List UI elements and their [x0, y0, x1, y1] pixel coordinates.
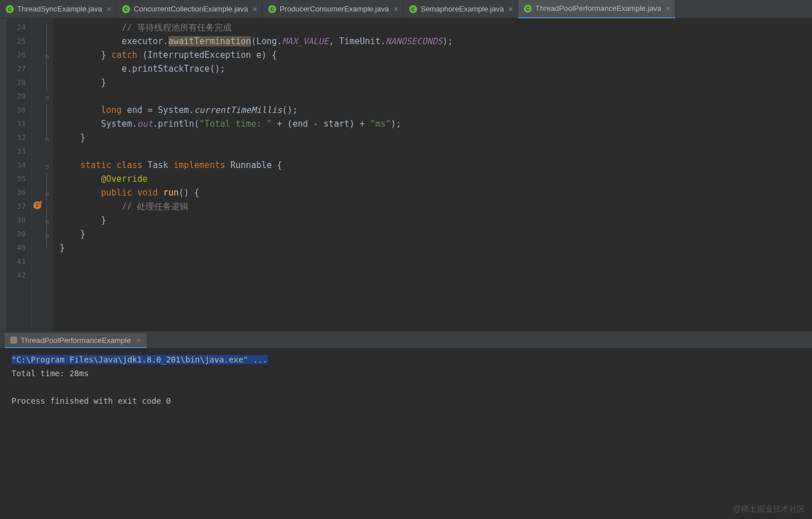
close-icon[interactable]: ×	[136, 336, 141, 345]
tab-label: ConcurrentCollectionExample.java	[134, 5, 248, 13]
line-number[interactable]: 36	[7, 186, 32, 200]
tab-label: ThreadPoolPerformanceExample.java	[535, 4, 661, 13]
tab-producerconsumer[interactable]: C ProducerConsumerExample.java ×	[262, 0, 403, 18]
line-number[interactable]: 37	[7, 200, 32, 213]
line-number[interactable]: 35	[7, 172, 32, 186]
line-number[interactable]: 31	[7, 117, 32, 131]
java-class-icon: C	[6, 5, 14, 13]
fold-toggle-icon[interactable]: ⊟	[44, 163, 50, 170]
code-line: }	[60, 213, 812, 227]
console-line: "C:\Program Files\Java\jdk1.8.0_201\bin\…	[11, 353, 812, 366]
code-line: System.out.println("Total time: " + (end…	[60, 117, 812, 131]
line-number[interactable]: 27	[7, 62, 32, 76]
tab-concurrentcollection[interactable]: C ConcurrentCollectionExample.java ×	[116, 0, 262, 18]
line-number[interactable]: 41	[7, 255, 32, 268]
code-line: long end = System.currentTimeMillis();	[60, 103, 812, 117]
tab-label: ThreadSyncExample.java	[17, 5, 102, 13]
watermark-text: @稀土掘金技术社区	[733, 504, 805, 514]
tab-semaphore[interactable]: C SemaphoreExample.java ×	[403, 0, 518, 18]
code-line: public void run() {	[60, 186, 812, 200]
code-line: // 等待线程池所有任务完成	[60, 21, 812, 34]
tab-threadpoolperformance[interactable]: C ThreadPoolPerformanceExample.java ×	[518, 0, 676, 18]
java-class-icon: C	[268, 5, 276, 13]
tab-threadsync[interactable]: C ThreadSyncExample.java ×	[0, 0, 116, 18]
line-number[interactable]: 32	[7, 131, 32, 145]
code-line: executor.awaitTermination(Long.MAX_VALUE…	[60, 34, 812, 48]
code-line: // 处理任务逻辑	[60, 200, 812, 213]
line-number[interactable]: 25	[7, 34, 32, 48]
console-line: Process finished with exit code 0	[11, 394, 812, 408]
java-class-icon: C	[524, 5, 532, 13]
code-line	[60, 255, 812, 268]
fold-end-icon[interactable]: ⊟	[44, 218, 50, 225]
console-line	[11, 380, 812, 394]
run-tab-label: ThreadPoolPerformanceExample	[21, 336, 131, 345]
editor-tabs-bar: C ThreadSyncExample.java × C ConcurrentC…	[0, 0, 812, 18]
line-number[interactable]: 38	[7, 213, 32, 227]
line-number[interactable]: 39	[7, 227, 32, 241]
code-line: }	[60, 76, 812, 89]
override-marker-icon[interactable]: O	[33, 201, 41, 209]
console-line: Total time: 28ms	[11, 366, 812, 380]
code-line	[60, 89, 812, 103]
line-number-gutter: 24 25 26 27 28 29 30 31 32 33 34 35 36 3…	[7, 18, 32, 331]
close-icon[interactable]: ×	[508, 5, 513, 14]
java-class-icon: C	[122, 5, 130, 13]
fold-toggle-icon[interactable]: ⊟	[44, 53, 50, 60]
code-line: e.printStackTrace();	[60, 62, 812, 76]
fold-end-icon[interactable]: ⊟	[44, 232, 50, 239]
fold-end-icon[interactable]: ⊟	[44, 94, 50, 101]
close-icon[interactable]: ×	[253, 5, 257, 14]
fold-line	[46, 104, 47, 139]
line-number[interactable]: 34	[7, 158, 32, 172]
close-icon[interactable]: ×	[666, 4, 670, 13]
run-tab-threadpool[interactable]: ThreadPoolPerformanceExample ×	[5, 333, 147, 348]
run-config-icon	[10, 337, 17, 344]
code-line: }	[60, 227, 812, 241]
marker-gutter: O	[32, 18, 42, 331]
line-number[interactable]: 24	[7, 21, 32, 34]
tab-label: SemaphoreExample.java	[421, 5, 504, 13]
code-line: }	[60, 241, 812, 255]
console-output[interactable]: "C:\Program Files\Java\jdk1.8.0_201\bin\…	[0, 348, 812, 519]
line-number[interactable]: 28	[7, 76, 32, 89]
tab-label: ProducerConsumerExample.java	[280, 5, 389, 13]
line-number[interactable]: 29	[7, 89, 32, 103]
fold-gutter: ⊟ ⊟ ⊟ ⊟ ⊟ ⊟ ⊟	[42, 18, 53, 331]
line-number[interactable]: 40	[7, 241, 32, 255]
left-margin	[0, 18, 7, 331]
code-line: }	[60, 131, 812, 145]
code-line	[60, 145, 812, 158]
code-area[interactable]: // 等待线程池所有任务完成 executor.awaitTermination…	[53, 18, 812, 331]
close-icon[interactable]: ×	[394, 5, 398, 14]
code-line: } catch (InterruptedException e) {	[60, 48, 812, 62]
code-line: @Override	[60, 172, 812, 186]
close-icon[interactable]: ×	[107, 5, 111, 14]
line-number[interactable]: 42	[7, 268, 32, 282]
editor-area: 24 25 26 27 28 29 30 31 32 33 34 35 36 3…	[0, 18, 812, 331]
fold-toggle-icon[interactable]: ⊟	[44, 190, 50, 197]
line-number[interactable]: 30	[7, 103, 32, 117]
fold-end-icon[interactable]: ⊟	[44, 135, 50, 142]
line-number[interactable]: 33	[7, 145, 32, 158]
java-class-icon: C	[409, 5, 417, 13]
code-line: static class Task implements Runnable {	[60, 158, 812, 172]
run-tool-tabs: ThreadPoolPerformanceExample ×	[0, 331, 812, 348]
line-number[interactable]: 26	[7, 48, 32, 62]
